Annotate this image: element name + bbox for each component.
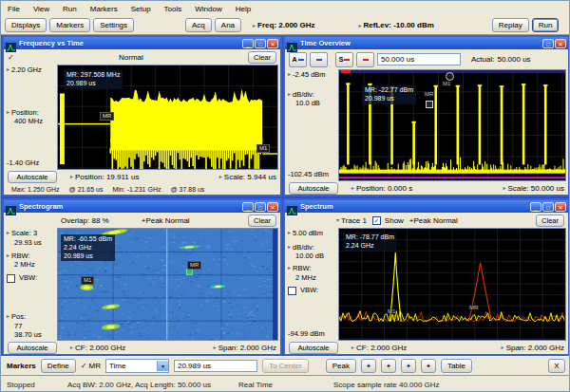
cf-footer-field[interactable]: ▸ CF: 2.000 GHz bbox=[352, 344, 407, 352]
analysis-length-input[interactable] bbox=[377, 53, 461, 65]
close-markers-button[interactable]: X bbox=[548, 359, 565, 373]
marker-m1-icon[interactable] bbox=[446, 72, 454, 81]
marker-m1-tag[interactable]: M1 bbox=[256, 144, 270, 153]
spectrum-canvas[interactable] bbox=[339, 229, 565, 340]
reflev-field[interactable]: ▸ RefLev: -10.00 dBm bbox=[359, 21, 434, 29]
spectrogram-titlebar[interactable]: Spectrogram ▁ □ ✕ bbox=[4, 200, 280, 213]
autoscale-button[interactable]: Autoscale bbox=[8, 342, 57, 354]
close-icon[interactable]: ✕ bbox=[267, 39, 278, 48]
markers-button[interactable]: Markers bbox=[49, 18, 90, 32]
trace-select[interactable]: ▾ Trace 1 bbox=[336, 216, 367, 225]
marker-mr-tag[interactable]: MR bbox=[187, 261, 201, 270]
time-overview-titlebar[interactable]: Time Overview □ ✕ bbox=[285, 37, 568, 49]
y-top-field[interactable]: ▸ 5.00 dBm bbox=[288, 230, 337, 238]
autoscale-button[interactable]: Autoscale bbox=[8, 171, 57, 183]
menu-run[interactable]: Run bbox=[56, 5, 84, 13]
peak-right-button[interactable]: ✦ bbox=[401, 359, 416, 373]
displays-button[interactable]: Displays bbox=[5, 18, 47, 32]
close-icon[interactable]: ✕ bbox=[555, 202, 566, 212]
frequency-vs-time-plot[interactable]: MR: 297.508 MHz 20.989 us MR M1 bbox=[57, 65, 278, 170]
marker-m1-tag[interactable]: M1 bbox=[387, 308, 396, 314]
spectrum-time-button[interactable]: S bbox=[335, 52, 353, 67]
minimize-button[interactable]: ▁ bbox=[242, 39, 254, 48]
peak-right-far-button[interactable]: ✦ bbox=[421, 359, 436, 373]
menu-help[interactable]: Help bbox=[229, 5, 257, 13]
span-footer-field[interactable]: ▸ Span: 2.000 GHz bbox=[214, 344, 276, 352]
maximize-button[interactable]: □ bbox=[542, 202, 554, 212]
chevron-down-icon[interactable]: ▾ bbox=[157, 361, 168, 371]
spectrum-titlebar[interactable]: Spectrum ▁ □ ✕ bbox=[285, 200, 568, 213]
trace-mode-label[interactable]: Normal bbox=[119, 53, 143, 62]
marker-m1-tag[interactable]: M1 bbox=[442, 81, 451, 86]
maximize-button[interactable]: □ bbox=[255, 202, 266, 212]
frequency-vs-time-canvas[interactable] bbox=[58, 65, 277, 169]
scale-footer-field[interactable]: ▸ Scale: 50.000 us bbox=[503, 184, 564, 193]
y-top-field[interactable]: ▸ 2.20 GHz bbox=[7, 66, 56, 75]
position-footer-field[interactable]: ▸ Position: 0.000 s bbox=[352, 184, 412, 193]
to-center-button[interactable]: To Center bbox=[262, 359, 309, 373]
time-overview-plot[interactable]: MR: -22.77 dBm 20.989 us M1 MR bbox=[338, 69, 566, 181]
define-button[interactable]: Define bbox=[41, 359, 76, 373]
scale-field[interactable]: ▸Scale: 3 29.93 us bbox=[7, 230, 56, 247]
vbw-checkbox[interactable] bbox=[7, 274, 15, 283]
dbdiv-field[interactable]: ▸dB/div: 10.00 dB bbox=[288, 244, 337, 261]
analysis-time-button[interactable]: A bbox=[289, 52, 307, 67]
acq-button[interactable]: Acq bbox=[185, 18, 212, 32]
clear-button[interactable]: Clear bbox=[536, 215, 564, 227]
marker-time-input[interactable] bbox=[174, 360, 257, 372]
trace-check-icon[interactable]: ✓ bbox=[8, 53, 14, 62]
rbw-field[interactable]: ▸RBW: 2 MHz bbox=[7, 252, 56, 270]
position-footer-field[interactable]: ▸ Position: 19.911 us bbox=[70, 173, 139, 181]
close-icon[interactable]: ✕ bbox=[267, 202, 278, 212]
position-field[interactable]: ▸Position: 400 MHz bbox=[7, 109, 56, 126]
mr-check-field[interactable]: ✓ MR bbox=[81, 362, 101, 370]
menu-setup[interactable]: Setup bbox=[124, 5, 158, 13]
menu-window[interactable]: Window bbox=[188, 5, 228, 13]
minimize-button[interactable]: ▁ bbox=[242, 202, 254, 212]
menu-markers[interactable]: Markers bbox=[84, 5, 124, 13]
autoscale-button[interactable]: Autoscale bbox=[289, 182, 338, 195]
clear-button[interactable]: Clear bbox=[248, 215, 276, 227]
overlap-label[interactable]: Overlap: 88 % bbox=[61, 216, 109, 225]
maximize-button[interactable]: □ bbox=[542, 39, 554, 48]
scale-footer-field[interactable]: ▸ Scale: 5.944 us bbox=[219, 173, 276, 181]
detector-label[interactable]: +Peak Normal bbox=[409, 216, 458, 225]
autoscale-button[interactable]: Autoscale bbox=[289, 342, 338, 354]
ana-button[interactable]: Ana bbox=[215, 18, 241, 32]
marker-mr-tag[interactable]: MR bbox=[100, 112, 114, 121]
spectrogram-plot[interactable]: MR: -60.55 dBm 2.24 GHz 20.989 us MR M1 bbox=[57, 228, 278, 341]
table-button[interactable]: Table bbox=[441, 359, 472, 373]
marker-m1-tag[interactable]: M1 bbox=[81, 276, 94, 285]
marker-type-select[interactable]: Time ▾ bbox=[105, 359, 169, 373]
frequency-vs-time-titlebar[interactable]: Frequency vs Time ▁ □ ✕ bbox=[4, 37, 280, 49]
detector-label[interactable]: +Peak Normal bbox=[142, 216, 190, 225]
maximize-button[interactable]: □ bbox=[255, 39, 266, 48]
marker-mr-tag[interactable]: MR bbox=[424, 91, 434, 97]
spectrum-offset-button[interactable] bbox=[356, 52, 374, 67]
peak-button[interactable]: Peak bbox=[326, 359, 356, 373]
close-icon[interactable]: ✕ bbox=[555, 39, 566, 48]
show-checkbox-field[interactable]: ✓ Show bbox=[372, 216, 404, 225]
analysis-offset-button[interactable] bbox=[310, 52, 328, 67]
run-button[interactable]: Run bbox=[532, 18, 560, 32]
menu-view[interactable]: View bbox=[27, 5, 56, 13]
marker-mr-tag[interactable]: MR bbox=[468, 305, 479, 310]
freq-field[interactable]: ▸ Freq: 2.000 GHz bbox=[253, 21, 314, 29]
clear-button[interactable]: Clear bbox=[248, 51, 276, 64]
time-overview-canvas[interactable] bbox=[339, 70, 565, 180]
rbw-field[interactable]: ▸RBW: 2 MHz bbox=[288, 265, 337, 282]
spectrum-plot[interactable]: MR: -78.77 dBm 2.24 GHz M1 MR bbox=[338, 228, 566, 341]
peak-left-button[interactable]: ✦ bbox=[381, 359, 396, 373]
settings-button[interactable]: Settings bbox=[93, 18, 134, 32]
menu-file[interactable]: File bbox=[1, 5, 27, 13]
replay-button[interactable]: Replay bbox=[492, 18, 529, 32]
span-footer-field[interactable]: ▸ Span: 2.000 GHz bbox=[502, 344, 564, 352]
menu-tools[interactable]: Tools bbox=[158, 5, 189, 13]
pos-field[interactable]: ▸Pos: 77 38.70 us bbox=[7, 313, 56, 339]
vbw-checkbox[interactable] bbox=[288, 287, 296, 295]
dbdiv-field[interactable]: ▸dB/div: 10.0 dB bbox=[288, 91, 337, 108]
show-checkbox[interactable]: ✓ bbox=[372, 216, 381, 225]
peak-left-far-button[interactable]: ✦ bbox=[361, 359, 376, 373]
y-top-field[interactable]: ▸ -2.45 dBm bbox=[288, 71, 337, 80]
cf-footer-field[interactable]: ▸ CF: 2.000 GHz bbox=[70, 344, 125, 352]
